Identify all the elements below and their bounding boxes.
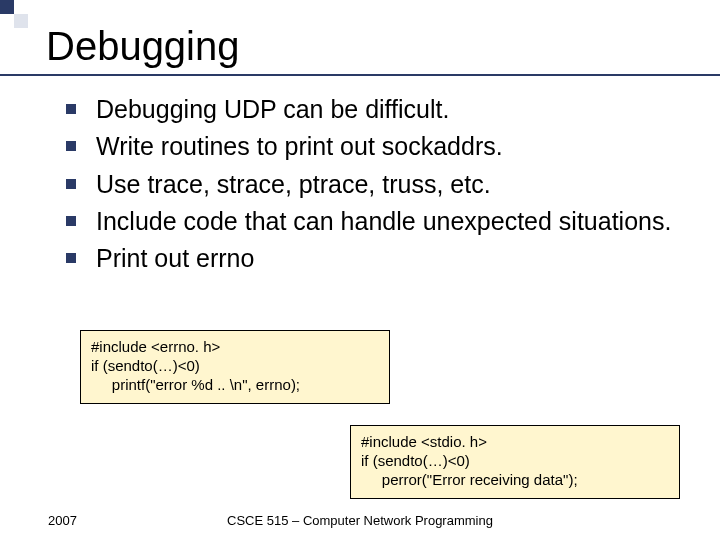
code-line: printf("error %d .. \n", errno); xyxy=(91,375,379,394)
bullet-item: Write routines to print out sockaddrs. xyxy=(66,131,690,162)
slide-title: Debugging xyxy=(46,24,240,69)
code-line: #include <stdio. h> xyxy=(361,432,669,451)
bullet-item: Use trace, strace, ptrace, truss, etc. xyxy=(66,169,690,200)
footer-course: CSCE 515 – Computer Network Programming xyxy=(0,513,720,528)
code-box-errno: #include <errno. h> if (sendto(…)<0) pri… xyxy=(80,330,390,404)
code-line: if (sendto(…)<0) xyxy=(91,356,379,375)
code-line: #include <errno. h> xyxy=(91,337,379,356)
code-box-perror: #include <stdio. h> if (sendto(…)<0) per… xyxy=(350,425,680,499)
square-light-icon xyxy=(14,14,28,28)
bullet-list: Debugging UDP can be difficult. Write ro… xyxy=(66,94,690,280)
code-line: perror("Error receiving data"); xyxy=(361,470,669,489)
bullet-item: Print out errno xyxy=(66,243,690,274)
title-rule xyxy=(0,74,720,76)
square-dark-icon xyxy=(0,0,14,14)
corner-decoration xyxy=(0,0,28,28)
bullet-item: Debugging UDP can be difficult. xyxy=(66,94,690,125)
code-line: if (sendto(…)<0) xyxy=(361,451,669,470)
bullet-item: Include code that can handle unexpected … xyxy=(66,206,690,237)
